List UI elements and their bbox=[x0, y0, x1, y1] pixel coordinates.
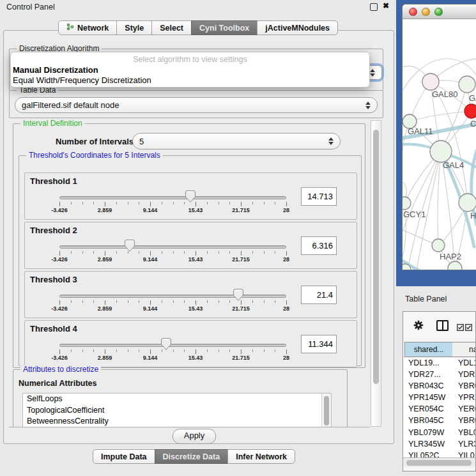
threshold-value-field[interactable]: 6.316 bbox=[301, 236, 337, 255]
gear-icon[interactable] bbox=[413, 320, 424, 330]
network-node-gcy1[interactable] bbox=[403, 197, 411, 210]
threshold-value-field[interactable]: 14.713 bbox=[301, 187, 337, 206]
tick bbox=[275, 349, 275, 352]
table-horizontal-scrollbar[interactable] bbox=[403, 457, 475, 467]
split-view-icon[interactable] bbox=[436, 320, 449, 331]
slider-track[interactable] bbox=[59, 295, 286, 298]
network-canvas[interactable]: GAL80GALCDGAL11GAL4GCY1HAHAP2 bbox=[403, 19, 476, 270]
table-header-row: shared... name bbox=[403, 342, 476, 358]
tick bbox=[241, 349, 242, 354]
tick bbox=[71, 251, 72, 254]
list-item[interactable]: TopologicalCoefficient bbox=[23, 405, 331, 417]
tab-jactivemnodules[interactable]: jActiveMNodules bbox=[257, 20, 338, 35]
column-header-name[interactable]: name bbox=[452, 342, 476, 357]
tab-select[interactable]: Select bbox=[151, 20, 192, 35]
tick bbox=[71, 349, 72, 352]
tick bbox=[196, 202, 196, 206]
tick-label: 9.144 bbox=[143, 305, 158, 312]
dropdown-option-manual-discretization[interactable]: Manual Discretization bbox=[11, 65, 369, 75]
network-node-hap2[interactable] bbox=[432, 239, 445, 252]
threshold-value-field[interactable]: 21.4 bbox=[301, 286, 337, 304]
slider-track[interactable] bbox=[59, 196, 286, 199]
close-traffic-light-icon[interactable] bbox=[409, 8, 417, 16]
dropdown-option-equal-width-frequency[interactable]: Equal Width/Frequency Discretization bbox=[11, 75, 369, 86]
tick bbox=[196, 349, 196, 354]
slider-thumb[interactable] bbox=[185, 190, 196, 203]
tick bbox=[219, 349, 219, 352]
network-node-gal4[interactable] bbox=[430, 141, 452, 162]
close-icon[interactable] bbox=[383, 1, 389, 10]
table-panel-title: Table Panel bbox=[405, 295, 447, 303]
zoom-traffic-light-icon[interactable] bbox=[434, 8, 443, 16]
numerical-attributes-heading: Numerical Attributes bbox=[19, 379, 96, 388]
table-row[interactable]: YLR345WYLR3 bbox=[403, 439, 475, 450]
tick bbox=[162, 251, 162, 254]
apply-button[interactable]: Apply bbox=[173, 429, 216, 444]
table-data-combobox[interactable]: galFiltered.sif default node bbox=[15, 97, 378, 113]
table-scrollbar-thumb[interactable] bbox=[406, 460, 472, 466]
tick-label: -3.426 bbox=[51, 207, 68, 213]
table-row[interactable]: YBR045CYBR0 bbox=[403, 415, 475, 427]
network-node-label: GCY1 bbox=[403, 210, 426, 219]
tick bbox=[286, 251, 287, 256]
slider-thumb[interactable] bbox=[125, 240, 135, 252]
tick bbox=[286, 202, 287, 206]
numerical-attributes-list[interactable]: SelfLoopsTopologicalCoefficientBetweenne… bbox=[22, 393, 332, 427]
attributes-group-title: Attributes to discretize bbox=[20, 365, 101, 374]
cell-shared-name: YER054C bbox=[408, 404, 444, 413]
tick bbox=[264, 349, 265, 352]
attributes-group: Attributes to discretize Numerical Attri… bbox=[13, 369, 348, 427]
tab-label: jActiveMNodules bbox=[265, 24, 330, 33]
checkbox-icon[interactable] bbox=[457, 322, 464, 329]
number-of-intervals-combobox[interactable]: 5 bbox=[132, 133, 341, 150]
tick bbox=[59, 349, 60, 354]
table-row[interactable]: YPR145WYPR1 bbox=[403, 392, 475, 404]
list-scrollbar[interactable] bbox=[321, 394, 331, 427]
panel-title: Control Panel bbox=[6, 3, 55, 12]
float-window-icon[interactable] bbox=[370, 3, 378, 11]
network-node-ha[interactable] bbox=[459, 194, 476, 211]
tab-discretize-data[interactable]: Discretize Data bbox=[155, 449, 229, 464]
slider-thumb[interactable] bbox=[161, 338, 171, 350]
tick bbox=[139, 300, 139, 303]
slider-track[interactable] bbox=[59, 245, 286, 249]
table-row[interactable]: YBR043CYBR0 bbox=[403, 381, 475, 392]
tick bbox=[252, 300, 253, 303]
table-row[interactable]: YBL079WYBL0 bbox=[403, 427, 475, 439]
list-scrollbar-thumb[interactable] bbox=[324, 396, 329, 426]
network-node[interactable] bbox=[448, 261, 462, 270]
tick-label: 2.859 bbox=[98, 305, 112, 312]
slider-track[interactable] bbox=[59, 344, 286, 347]
minimize-traffic-light-icon[interactable] bbox=[422, 8, 430, 16]
tab-infer-network[interactable]: Infer Network bbox=[227, 449, 295, 464]
table-row[interactable]: YDR27...YDR2 bbox=[403, 369, 475, 381]
column-header-shared-name[interactable]: shared... bbox=[404, 342, 453, 357]
tick bbox=[128, 349, 128, 352]
table-row[interactable]: YDL19...YDL1 bbox=[403, 358, 475, 369]
tick-label: 21.715 bbox=[232, 355, 250, 361]
list-item[interactable]: SelfLoops bbox=[23, 394, 331, 405]
panel-scrollbar[interactable] bbox=[371, 120, 381, 427]
threshold-value-field[interactable]: 11.344 bbox=[301, 335, 337, 353]
list-item[interactable]: BetweennessCentrality bbox=[23, 416, 331, 427]
table-row[interactable]: YER054CYER0 bbox=[403, 404, 475, 415]
network-node-gal[interactable] bbox=[459, 76, 475, 93]
tab-style[interactable]: Style bbox=[116, 20, 152, 35]
slider-ticks bbox=[59, 202, 286, 207]
panel-scrollbar-thumb[interactable] bbox=[373, 130, 379, 384]
network-node-cd[interactable] bbox=[464, 104, 476, 118]
slider-ticks bbox=[59, 300, 286, 305]
tab-network[interactable]: Network bbox=[58, 20, 117, 35]
slider-thumb[interactable] bbox=[233, 289, 243, 301]
tick bbox=[173, 300, 174, 303]
tab-impute-data[interactable]: Impute Data bbox=[93, 449, 155, 464]
tick-label: 15.43 bbox=[188, 355, 203, 361]
table-row[interactable]: YIL052CYIL0 bbox=[403, 450, 475, 457]
checkbox-icon[interactable] bbox=[465, 322, 472, 329]
network-node-gal80[interactable] bbox=[422, 73, 439, 90]
tab-cyni-toolbox[interactable]: Cyni Toolbox bbox=[191, 20, 257, 35]
tick-label: -3.426 bbox=[51, 355, 68, 361]
tick bbox=[219, 251, 219, 254]
cell-name: YLR3 bbox=[458, 440, 475, 449]
tick bbox=[59, 251, 60, 256]
